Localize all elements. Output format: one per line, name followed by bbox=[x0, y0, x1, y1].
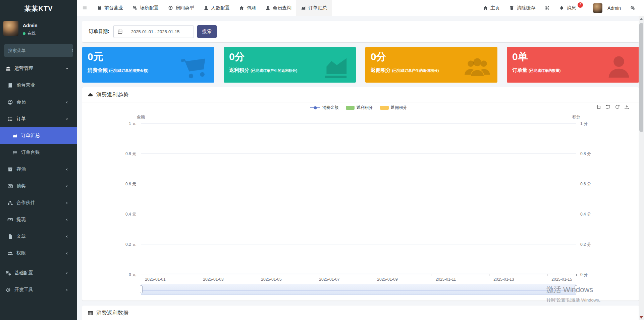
chart-toolbox bbox=[596, 104, 630, 110]
y-tick-right: 0.8 分 bbox=[580, 151, 631, 157]
stat-card-order-count[interactable]: 0单 订单量(已完成订单的数量) bbox=[507, 47, 639, 83]
home-link[interactable]: 主页 bbox=[478, 0, 504, 16]
plot-area bbox=[141, 123, 576, 274]
sidebar-item-lottery[interactable]: 抽奖 bbox=[0, 178, 77, 194]
sidebar-item-order-ledger[interactable]: 订单台账 bbox=[0, 144, 77, 161]
trend-panel-header: 消费返利趋势 bbox=[82, 87, 639, 102]
search-button[interactable]: 搜索 bbox=[197, 25, 217, 38]
restore-icon[interactable] bbox=[614, 104, 620, 110]
sidebar-item-label: 存酒 bbox=[16, 166, 26, 172]
legend-item-commission[interactable]: 返佣积分 bbox=[380, 105, 407, 110]
sidebar-item-members[interactable]: 会员 bbox=[0, 94, 77, 110]
y-tick-left: 0.8 元 bbox=[86, 151, 136, 157]
legend-item-rebate[interactable]: 返利积分 bbox=[346, 105, 373, 110]
sidebar-item-dev-tools[interactable]: 开发工具 bbox=[0, 281, 77, 298]
tab-rooms[interactable]: 包厢 bbox=[234, 0, 261, 16]
y-tick-right: 1 分 bbox=[580, 121, 631, 127]
stat-card-commission-points[interactable]: 0分 返佣积分(已完成订单产生的返佣积分) bbox=[365, 47, 497, 83]
tab-venue-config[interactable]: 场所配置 bbox=[128, 0, 163, 16]
chevron-left-icon bbox=[65, 201, 69, 205]
tab-order-summary[interactable]: 订单汇总 bbox=[296, 0, 332, 16]
scrollbar-thumb[interactable] bbox=[639, 23, 643, 132]
zoom-reset-icon[interactable] bbox=[605, 104, 611, 110]
x-tick-label: 2025-01-01 bbox=[137, 277, 174, 282]
datazoom-right-handle[interactable] bbox=[575, 285, 577, 293]
stat-card-consumption[interactable]: 0元 消费金额(已完成订单的消费金额) bbox=[82, 47, 214, 83]
users-icon bbox=[7, 250, 13, 256]
x-tick-label: 2025-01-05 bbox=[253, 277, 290, 282]
user-menu[interactable]: Admin bbox=[588, 0, 626, 16]
brand-logo[interactable]: 某某KTV bbox=[0, 0, 77, 17]
tab-room-types[interactable]: 房间类型 bbox=[163, 0, 199, 16]
home-icon bbox=[239, 5, 244, 10]
x-tick-label: 2025-01-03 bbox=[195, 277, 232, 282]
sidebar-item-orders[interactable]: 订单 bbox=[0, 110, 77, 127]
page-scrollbar[interactable] bbox=[639, 16, 644, 320]
datazoom-baseline bbox=[141, 290, 576, 290]
date-range-input[interactable] bbox=[127, 25, 194, 38]
sidebar-item-label: 前台营业 bbox=[16, 82, 35, 88]
sidebar-item-operations[interactable]: 运营管理 bbox=[0, 60, 77, 77]
tab-label: 人数配置 bbox=[211, 5, 230, 11]
scroll-up-arrow-icon[interactable] bbox=[640, 18, 643, 20]
sidebar-search-button[interactable] bbox=[71, 44, 73, 57]
datazoom-left-handle[interactable] bbox=[140, 285, 143, 293]
sidebar-item-order-summary[interactable]: 订单汇总 bbox=[0, 127, 77, 144]
table-icon bbox=[88, 310, 93, 316]
chevron-left-icon bbox=[65, 234, 69, 239]
sidebar-item-label: 抽奖 bbox=[16, 183, 26, 189]
tab-label: 包厢 bbox=[247, 5, 256, 11]
area-chart-icon bbox=[320, 52, 352, 81]
fullscreen-button[interactable] bbox=[540, 0, 554, 16]
bank-icon bbox=[5, 66, 11, 72]
chevron-left-icon bbox=[65, 251, 69, 256]
stat-card-rebate-points[interactable]: 0分 返利积分(已完成订单产生的返利积分) bbox=[224, 47, 356, 83]
sidebar-item-front-desk[interactable]: 前台营业 bbox=[0, 77, 77, 94]
expand-icon bbox=[545, 5, 550, 10]
x-tick-label: 2025-01-07 bbox=[311, 277, 348, 282]
area-chart-icon bbox=[12, 133, 18, 139]
save-image-icon[interactable] bbox=[624, 104, 630, 110]
chevron-down-icon bbox=[65, 66, 69, 71]
clear-cache-label: 清除缓存 bbox=[517, 5, 535, 11]
sidebar-item-withdrawal[interactable]: 提现 bbox=[0, 211, 77, 228]
data-zoom-icon[interactable] bbox=[596, 104, 601, 110]
gridline bbox=[141, 123, 576, 124]
x-tick-label: 2025-01-13 bbox=[485, 277, 522, 282]
watermark-line2: 转到"设置"以激活 Windows。 bbox=[546, 297, 603, 303]
sitemap-icon bbox=[7, 200, 13, 206]
user-circle-icon bbox=[7, 99, 13, 105]
x-tick-mark bbox=[576, 274, 577, 276]
dot-circle-icon bbox=[168, 5, 173, 10]
tab-front-desk[interactable]: 前台营业 bbox=[92, 0, 128, 16]
clear-cache-button[interactable]: 清除缓存 bbox=[504, 0, 540, 16]
list-icon bbox=[12, 150, 18, 155]
sidebar-toggle-button[interactable] bbox=[77, 0, 92, 16]
users-icon bbox=[461, 52, 493, 81]
tab-headcount-config[interactable]: 人数配置 bbox=[199, 0, 234, 16]
tab-member-lookup[interactable]: 会员查询 bbox=[261, 0, 296, 16]
sidebar-item-articles[interactable]: 文章 bbox=[0, 228, 77, 245]
money-icon bbox=[7, 217, 13, 223]
datazoom-slider[interactable] bbox=[141, 284, 576, 295]
messages-button[interactable]: 消息 2 bbox=[554, 0, 588, 16]
sidebar-search-input[interactable] bbox=[4, 44, 71, 57]
calendar-addon[interactable] bbox=[113, 25, 127, 38]
bar-marker-icon bbox=[346, 105, 355, 110]
sidebar-item-label: 基础配置 bbox=[14, 270, 33, 276]
legend-item-consumption[interactable]: 消费金额 bbox=[310, 105, 338, 110]
stat-title: 订单量 bbox=[512, 67, 527, 73]
area-chart-icon bbox=[301, 5, 306, 10]
sidebar-item-label: 合作伙伴 bbox=[16, 200, 35, 206]
avatar[interactable] bbox=[3, 21, 18, 36]
sidebar-item-label: 订单台账 bbox=[21, 149, 40, 155]
chevron-left-icon bbox=[65, 271, 69, 275]
sidebar-item-wine-storage[interactable]: 存酒 bbox=[0, 161, 77, 178]
sidebar-item-basic-config[interactable]: 基础配置 bbox=[0, 265, 77, 281]
y-axis-left-name: 金额 bbox=[121, 114, 161, 120]
scroll-down-arrow-icon[interactable] bbox=[640, 316, 643, 319]
settings-button[interactable] bbox=[626, 0, 640, 16]
sidebar-item-partners[interactable]: 合作伙伴 bbox=[0, 194, 77, 211]
x-tick-label: 2025-01-15 bbox=[543, 277, 580, 282]
sidebar-item-permissions[interactable]: 权限 bbox=[0, 245, 77, 262]
